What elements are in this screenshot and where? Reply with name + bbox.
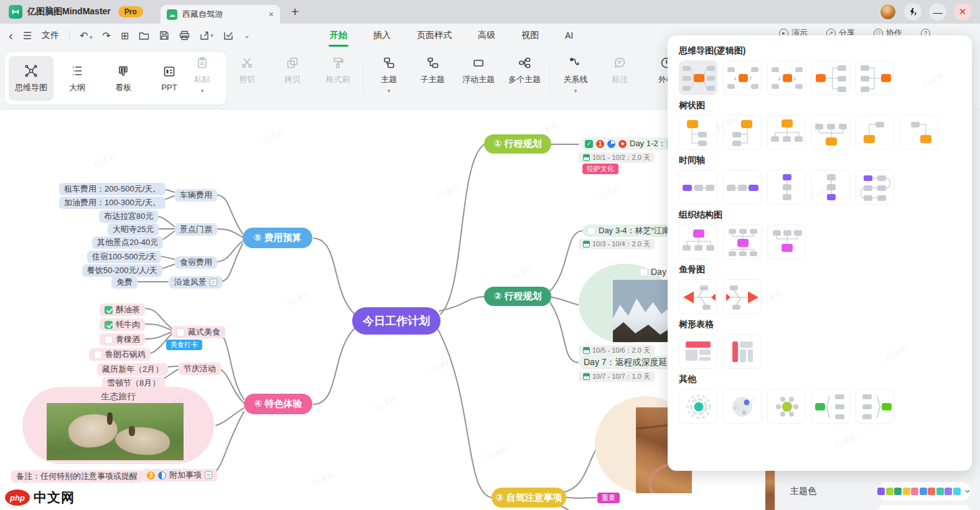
redo-icon[interactable]: ↷ <box>102 30 110 42</box>
branch-2-itinerary[interactable]: ② 行程规划 <box>484 287 551 306</box>
theme-color-swatch[interactable] <box>911 488 918 495</box>
node-festival[interactable]: 节庆活动 <box>179 363 221 375</box>
node-meal-cost[interactable]: 餐饮50-200元/人/天 <box>82 264 162 277</box>
relationship-line-button[interactable]: 关系线▾ <box>555 56 596 92</box>
branch-3-driving-notes[interactable]: ③ 自驾注意事项 <box>492 488 566 508</box>
layout-thumb-tree-4[interactable] <box>811 115 850 150</box>
mountain-photo[interactable] <box>613 280 672 342</box>
layout-thumb-mm-dd[interactable]: ↓↓ <box>767 60 806 95</box>
multiple-topics-button[interactable]: 多个主题 <box>504 56 545 85</box>
layout-thumb-logic-left[interactable] <box>856 60 894 95</box>
close-window-button[interactable]: ✕ <box>954 3 971 21</box>
theme-color-swatch[interactable] <box>877 488 885 495</box>
hamburger-menu-icon[interactable]: ☰ <box>23 30 32 42</box>
document-tab[interactable]: ☁ 西藏自驾游 × <box>161 5 280 24</box>
node-potala[interactable]: 布达拉宫80元 <box>99 210 158 223</box>
layout-thumb-time-v1[interactable] <box>767 170 806 205</box>
node-lodging[interactable]: 食宿费用 <box>175 256 217 269</box>
node-tibetan-food[interactable]: 藏式美食 <box>172 326 225 338</box>
central-topic[interactable]: 今日工作计划 <box>352 307 441 335</box>
node-day56-date[interactable]: 10/5 - 10/6：2.0 天 <box>579 345 655 356</box>
layout-thumb-mm-ud[interactable]: ↓↑ <box>723 60 762 95</box>
view-mode-mindmap[interactable]: 思维导图 <box>9 56 54 101</box>
layout-thumb-time-v2[interactable] <box>811 170 850 205</box>
branch-1-itinerary[interactable]: ① 行程规划 <box>484 134 551 154</box>
view-mode-outline[interactable]: 大纲 <box>55 56 100 101</box>
user-avatar[interactable] <box>879 3 897 21</box>
layout-thumb-radial[interactable] <box>767 389 806 424</box>
back-icon[interactable]: ‹ <box>9 29 13 43</box>
layout-thumb-time-s[interactable] <box>856 170 894 205</box>
layout-thumb-brace-right[interactable] <box>856 389 894 424</box>
checkbox-unchecked[interactable] <box>105 336 113 344</box>
layout-thumb-org-2[interactable] <box>723 225 762 259</box>
node-butter-tea[interactable]: 酥油茶 <box>100 304 145 316</box>
checkbox-unchecked[interactable] <box>640 268 648 276</box>
node-scenery[interactable]: 沿途风景 <box>169 276 222 289</box>
theme-color-swatch[interactable] <box>920 488 927 495</box>
floating-topic-button[interactable]: 浮动主题 <box>458 56 499 85</box>
check-icon[interactable]: ✓ <box>585 140 593 148</box>
layout-thumb-time-h1[interactable] <box>679 170 717 205</box>
theme-color-picker[interactable] <box>877 482 971 501</box>
layout-thumb-time-h2[interactable] <box>723 170 762 205</box>
branch-4-experience[interactable]: ④ 特色体验 <box>244 394 312 414</box>
file-menu[interactable]: 文件 <box>42 30 59 41</box>
partial-control[interactable] <box>877 505 971 510</box>
new-file-icon[interactable]: ⊞ <box>121 30 129 42</box>
theme-color-swatch[interactable] <box>928 488 935 495</box>
export-icon[interactable]: ▾ <box>200 30 213 40</box>
view-mode-kanban[interactable]: 看板 <box>101 56 146 101</box>
node-jokhang[interactable]: 大昭寺25元 <box>108 223 159 236</box>
theme-color-swatch[interactable] <box>945 488 952 495</box>
layout-thumb-bubble[interactable] <box>723 389 762 424</box>
node-rent-cost[interactable]: 租车费用：200-500元/天。 <box>59 183 166 195</box>
checkbox-unchecked[interactable] <box>177 328 185 336</box>
theme-color-swatch[interactable] <box>953 488 961 495</box>
upgrade-flash-icon[interactable] <box>904 3 922 21</box>
layout-thumb-org-1[interactable] <box>679 225 717 259</box>
node-additional-items[interactable]: 3 附加事项 <box>142 469 217 481</box>
layout-thumb-brace-left[interactable] <box>811 389 850 424</box>
theme-color-swatch[interactable] <box>936 488 944 495</box>
node-day12-date[interactable]: 10/1 - 10/2：2.0 天 <box>579 152 655 163</box>
tag-food-checkin[interactable]: 美食打卡 <box>166 340 202 350</box>
subtopic-button[interactable]: 子主题 <box>412 56 453 85</box>
node-other-spots[interactable]: 其他景点20-40元 <box>92 236 163 249</box>
collapse-toolbar-icon[interactable]: ⌄ <box>244 31 250 40</box>
node-hotel-cost[interactable]: 住宿100-500元/天 <box>87 251 161 263</box>
node-eco-travel[interactable]: 生态旅行 <box>22 387 214 464</box>
note-icon[interactable] <box>205 471 212 479</box>
layout-thumb-fish-left[interactable] <box>679 279 717 314</box>
checkbox-checked[interactable] <box>105 306 113 314</box>
layout-thumb-table-left[interactable] <box>723 334 762 369</box>
node-tibetan-newyear[interactable]: 藏历新年（2月） <box>97 363 168 376</box>
note-icon[interactable] <box>210 279 217 286</box>
checkbox-unchecked[interactable] <box>94 351 102 359</box>
node-remark[interactable]: 备注：任何特别的注意事项或提醒 <box>11 470 142 483</box>
node-day34-date[interactable]: 10/3 - 10/4：2.0 天 <box>579 239 655 249</box>
tab-ai[interactable]: AI <box>564 30 574 40</box>
save-icon[interactable] <box>159 30 169 40</box>
layout-thumb-logic-right[interactable] <box>811 60 850 95</box>
tag-lhasa-culture[interactable]: 拉萨文化 <box>582 164 618 174</box>
checkbox-unchecked[interactable] <box>587 227 595 235</box>
layout-thumb-table-top[interactable] <box>679 334 717 369</box>
branch-5-budget[interactable]: ⑤ 费用预算 <box>243 228 312 248</box>
node-stone-pot-chicken[interactable]: 鲁朗石锅鸡 <box>89 348 151 361</box>
layout-thumb-org-3[interactable] <box>767 225 806 259</box>
node-day7-date[interactable]: 10/7 - 10/7：1.0 天 <box>579 371 655 382</box>
layout-thumb-tree-1[interactable] <box>679 115 717 150</box>
topic-button[interactable]: 主题▾ <box>368 56 409 92</box>
tab-view[interactable]: 视图 <box>520 30 540 41</box>
tab-page-style[interactable]: 页面样式 <box>416 30 453 41</box>
print-icon[interactable] <box>179 30 190 40</box>
tag-important[interactable]: 重要 <box>597 493 620 503</box>
node-free[interactable]: 免费 <box>111 276 138 289</box>
theme-color-swatch[interactable] <box>886 488 894 495</box>
node-tickets[interactable]: 景点门票 <box>175 223 217 236</box>
tab-insert[interactable]: 插入 <box>372 30 392 41</box>
close-tab-icon[interactable]: × <box>269 9 274 19</box>
node-barley-wine[interactable]: 青稞酒 <box>100 333 145 346</box>
open-folder-icon[interactable] <box>139 31 149 40</box>
